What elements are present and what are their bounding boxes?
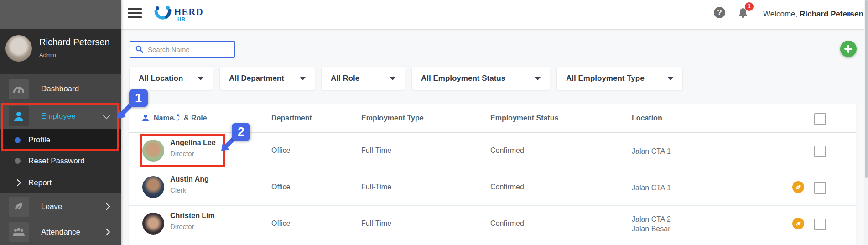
- employee-name[interactable]: Christen Lim: [170, 212, 215, 220]
- sidebar-item-reset-password[interactable]: Reset Password: [0, 151, 121, 171]
- sidebar-user-block: Richard Petersen Admin: [0, 29, 121, 74]
- annotation-step-1: 1: [129, 89, 148, 107]
- filter-label: All Department: [229, 74, 284, 83]
- leave-leaf-icon: [9, 197, 29, 217]
- cell-employment-type: Full-Time: [361, 146, 391, 155]
- filter-employment-type[interactable]: All Employment Type: [557, 67, 682, 90]
- sidebar-item-label: Reset Password: [28, 156, 85, 166]
- scrollbar-thumb[interactable]: [865, 0, 868, 178]
- filter-employment-status[interactable]: All Employment Status: [412, 67, 550, 90]
- search-box: [130, 41, 235, 58]
- cell-employment-type: Full-Time: [361, 183, 391, 191]
- sidebar-item-label: Leave: [41, 202, 62, 211]
- annotation-box-employee-row: [140, 134, 225, 167]
- employee-role: Clerk: [170, 186, 186, 194]
- caret-down-icon: [300, 77, 306, 80]
- table-row[interactable]: Austin Ang Clerk Office Full-Time Confir…: [129, 169, 856, 206]
- avatar: [142, 176, 164, 198]
- user-menu-caret-icon[interactable]: [847, 13, 852, 16]
- cell-location: Jalan CTA 1: [632, 183, 671, 193]
- table-row[interactable]: Christen Lim Director Office Full-Time C…: [129, 205, 856, 242]
- filter-department[interactable]: All Department: [220, 67, 315, 90]
- cell-department: Office: [271, 219, 291, 228]
- on-leave-badge-icon: [792, 181, 804, 193]
- row-checkbox[interactable]: [814, 219, 826, 230]
- column-header-employment-status[interactable]: Employment Status: [490, 114, 558, 122]
- cell-department: Office: [271, 183, 291, 191]
- sidebar-item-attendance[interactable]: Attendance: [0, 219, 121, 245]
- column-header-name[interactable]: Name: [154, 114, 174, 122]
- avatar: [142, 213, 164, 235]
- sidebar-top-strip: [0, 0, 121, 29]
- chevron-right-icon: [103, 229, 110, 236]
- dashboard-gauge-icon: [9, 79, 29, 99]
- caret-down-icon: [668, 77, 673, 80]
- sidebar-item-label: Dashboard: [41, 84, 79, 94]
- cell-location: Jalan CTA 2 Jalan Besar: [632, 214, 671, 234]
- filter-label: All Employment Type: [566, 74, 645, 83]
- app-screen: HERD HR ? 1 Welcome, Richard Petersen Ri…: [0, 0, 868, 245]
- chevron-right-icon: [103, 203, 110, 210]
- column-header-employment-type[interactable]: Employment Type: [361, 114, 424, 122]
- cell-employment-status: Confirmed: [490, 146, 524, 155]
- help-glyph: ?: [717, 8, 722, 17]
- filter-location[interactable]: All Location: [130, 67, 213, 90]
- user-menu-name: Richard Petersen: [800, 10, 863, 18]
- plus-icon: [844, 45, 852, 53]
- help-icon[interactable]: ?: [714, 7, 725, 18]
- top-bar: HERD HR ? 1 Welcome, Richard Petersen: [121, 0, 868, 29]
- sort-az-icon[interactable]: ↓ A Z: [172, 113, 182, 123]
- filter-label: All Location: [139, 74, 183, 83]
- employee-name[interactable]: Austin Ang: [170, 175, 209, 183]
- sidebar-item-report[interactable]: Report: [0, 171, 121, 194]
- cell-employment-status: Confirmed: [490, 219, 524, 228]
- search-icon: [135, 45, 143, 53]
- cell-employment-status: Confirmed: [490, 183, 524, 191]
- select-all-checkbox[interactable]: [814, 113, 826, 125]
- caret-down-icon: [535, 77, 541, 80]
- notification-count-badge: 1: [745, 2, 754, 11]
- filter-label: All Employment Status: [421, 74, 505, 83]
- on-leave-badge-icon: [792, 218, 804, 229]
- cell-location: Jalan CTA 1: [632, 146, 671, 156]
- column-header-role[interactable]: & Role: [184, 114, 207, 122]
- sidebar-item-dashboard[interactable]: Dashboard: [0, 74, 121, 103]
- column-header-department[interactable]: Department: [271, 114, 312, 122]
- app-logo: HERD HR: [154, 4, 240, 25]
- annotation-step-2: 2: [232, 123, 250, 141]
- avatar: [5, 35, 32, 62]
- hamburger-menu-icon[interactable]: [128, 8, 142, 20]
- filter-role[interactable]: All Role: [322, 67, 405, 90]
- attendance-people-icon: [9, 222, 29, 242]
- add-employee-button[interactable]: [840, 41, 857, 57]
- welcome-text: Welcome,: [763, 10, 797, 18]
- column-header-location[interactable]: Location: [632, 114, 662, 122]
- logo-smile-icon: [154, 5, 172, 21]
- caret-down-icon: [198, 77, 203, 80]
- filter-label: All Role: [331, 74, 359, 83]
- sidebar-item-label: Report: [28, 178, 52, 188]
- sidebar-user-name: Richard Petersen: [39, 37, 110, 47]
- row-checkbox[interactable]: [814, 146, 826, 157]
- chevron-right-icon: [14, 179, 21, 187]
- row-checkbox[interactable]: [814, 182, 826, 194]
- person-icon: [141, 114, 150, 122]
- sidebar-user-role: Admin: [39, 52, 56, 58]
- vertical-scrollbar[interactable]: [864, 0, 868, 245]
- employee-role: Director: [170, 223, 194, 230]
- sidebar-item-label: Attendance: [41, 228, 80, 237]
- sidebar-item-leave[interactable]: Leave: [0, 193, 121, 219]
- annotation-box-employee-menu: [1, 103, 119, 151]
- cell-department: Office: [271, 146, 291, 155]
- logo-subtext: HR: [177, 16, 186, 22]
- caret-down-icon: [390, 77, 395, 80]
- search-input[interactable]: [147, 42, 231, 56]
- cell-employment-type: Full-Time: [361, 219, 391, 228]
- bullet-icon: [15, 158, 21, 164]
